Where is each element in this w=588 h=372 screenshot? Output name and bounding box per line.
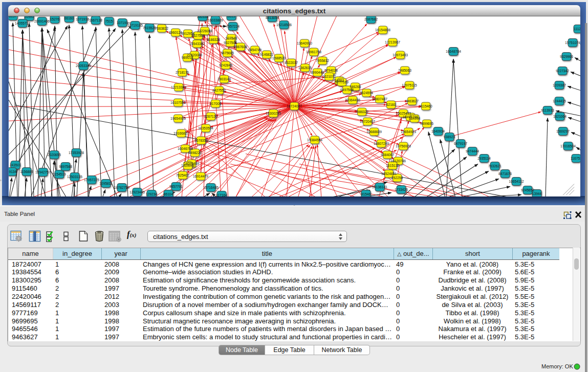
svg-text:9245652: 9245652	[521, 188, 534, 192]
svg-text:18724007: 18724007	[287, 104, 302, 108]
svg-text:117164: 117164	[216, 193, 227, 196]
svg-text:16648784: 16648784	[446, 50, 461, 53]
svg-text:8990448: 8990448	[311, 71, 324, 74]
svg-text:12213389: 12213389	[171, 85, 186, 89]
svg-text:9899695: 9899695	[420, 122, 433, 125]
svg-text:9329966: 9329966	[560, 55, 573, 58]
svg-text:1615132: 1615132	[386, 164, 399, 167]
svg-text:16120746: 16120746	[390, 159, 406, 163]
svg-text:3875685: 3875685	[221, 51, 234, 55]
svg-text:14136141: 14136141	[372, 185, 387, 189]
svg-text:1154519: 1154519	[53, 172, 66, 176]
svg-text:9146821: 9146821	[260, 53, 273, 56]
svg-text:19218506: 19218506	[276, 23, 292, 27]
svg-text:129234: 129234	[146, 192, 158, 196]
svg-text:13640910: 13640910	[297, 41, 312, 45]
svg-text:10719185: 10719185	[127, 24, 143, 27]
svg-text:39134: 39134	[9, 170, 17, 173]
svg-text:1209387: 1209387	[553, 83, 566, 87]
svg-text:7515526: 7515526	[143, 26, 156, 30]
svg-text:16782759: 16782759	[114, 186, 129, 189]
svg-text:7485063: 7485063	[398, 69, 411, 72]
svg-text:6479197: 6479197	[454, 142, 467, 145]
svg-text:15720407: 15720407	[360, 120, 375, 123]
svg-text:2867608: 2867608	[234, 45, 247, 49]
svg-text:2935114: 2935114	[477, 157, 491, 160]
svg-text:1569297: 1569297	[556, 129, 570, 133]
svg-text:7625402: 7625402	[176, 173, 189, 177]
svg-text:19654925: 19654925	[170, 117, 186, 120]
svg-text:17016504: 17016504	[560, 144, 576, 148]
svg-text:7632621: 7632621	[488, 164, 502, 168]
svg-text:10973493: 10973493	[393, 53, 408, 57]
svg-text:1621072: 1621072	[322, 75, 336, 78]
svg-text:11353594: 11353594	[198, 126, 213, 130]
svg-text:8267130: 8267130	[204, 115, 217, 118]
svg-text:18807249: 18807249	[374, 142, 389, 145]
svg-text:8137: 8137	[9, 16, 17, 18]
svg-text:12503135: 12503135	[67, 175, 82, 179]
svg-text:16107553: 16107553	[170, 101, 186, 104]
svg-text:18300295: 18300295	[266, 112, 281, 115]
svg-text:3624554: 3624554	[360, 91, 373, 95]
svg-text:19166827: 19166827	[173, 132, 189, 135]
svg-text:1095811: 1095811	[99, 182, 113, 185]
svg-text:6497568: 6497568	[340, 88, 354, 92]
svg-text:9115460: 9115460	[419, 104, 432, 108]
svg-text:14055712: 14055712	[15, 21, 30, 25]
svg-text:16543382: 16543382	[189, 42, 205, 46]
svg-text:164994: 164994	[409, 117, 421, 120]
svg-text:5498222: 5498222	[188, 151, 202, 155]
svg-text:15276: 15276	[50, 17, 60, 21]
svg-text:17353928: 17353928	[69, 151, 84, 155]
svg-text:12942757: 12942757	[35, 170, 51, 174]
svg-text:9327503: 9327503	[191, 34, 205, 37]
svg-text:927546: 927546	[226, 36, 237, 40]
svg-text:16961758: 16961758	[306, 50, 321, 54]
svg-text:1409949: 1409949	[181, 164, 194, 167]
svg-text:8471676: 8471676	[498, 172, 512, 176]
svg-text:7515: 7515	[105, 19, 113, 23]
svg-text:8454749: 8454749	[248, 48, 262, 52]
svg-text:17957225: 17957225	[84, 178, 99, 182]
svg-text:12923445: 12923445	[129, 190, 145, 194]
svg-text:8427552: 8427552	[212, 89, 226, 92]
svg-text:1244415: 1244415	[553, 99, 566, 103]
svg-text:19654923: 19654923	[401, 130, 416, 134]
svg-text:1362615: 1362615	[298, 66, 312, 70]
svg-text:1588520: 1588520	[272, 56, 286, 60]
svg-text:11123: 11123	[574, 27, 580, 31]
svg-text:10654112: 10654112	[509, 180, 524, 183]
svg-text:9384067: 9384067	[381, 153, 394, 157]
svg-text:9857791: 9857791	[169, 185, 183, 188]
svg-text:8678352: 8678352	[194, 139, 208, 142]
svg-text:12975115: 12975115	[402, 83, 417, 87]
svg-text:9474444: 9474444	[466, 149, 479, 153]
svg-text:16046766: 16046766	[178, 147, 193, 150]
svg-text:1071918: 1071918	[76, 17, 89, 21]
svg-text:9463627: 9463627	[405, 99, 419, 103]
svg-text:989013: 989013	[182, 56, 193, 59]
svg-text:107191: 107191	[117, 21, 128, 25]
svg-text:12213967: 12213967	[385, 40, 400, 44]
svg-text:13944: 13944	[532, 192, 542, 195]
svg-text:1156889: 1156889	[20, 170, 33, 173]
svg-text:19756928: 19756928	[396, 144, 411, 148]
svg-text:8813054: 8813054	[266, 16, 279, 19]
svg-text:20364436: 20364436	[345, 98, 360, 102]
svg-text:66160: 66160	[64, 16, 74, 20]
svg-text:16033809: 16033809	[208, 18, 223, 22]
svg-text:1733426: 1733426	[395, 188, 408, 191]
svg-text:10025433: 10025433	[396, 112, 411, 115]
svg-text:20053346: 20053346	[76, 64, 91, 68]
svg-text:10807487: 10807487	[372, 97, 387, 101]
svg-text:9113933: 9113933	[541, 108, 554, 112]
svg-text:8322037: 8322037	[285, 61, 298, 64]
svg-text:91546: 91546	[361, 192, 371, 196]
svg-text:8186328: 8186328	[207, 38, 220, 41]
svg-text:23226058: 23226058	[197, 29, 212, 33]
svg-text:15716485: 15716485	[203, 186, 219, 189]
svg-text:18524851: 18524851	[381, 172, 397, 176]
svg-text:62160: 62160	[386, 103, 396, 106]
svg-text:243501: 243501	[10, 163, 21, 167]
